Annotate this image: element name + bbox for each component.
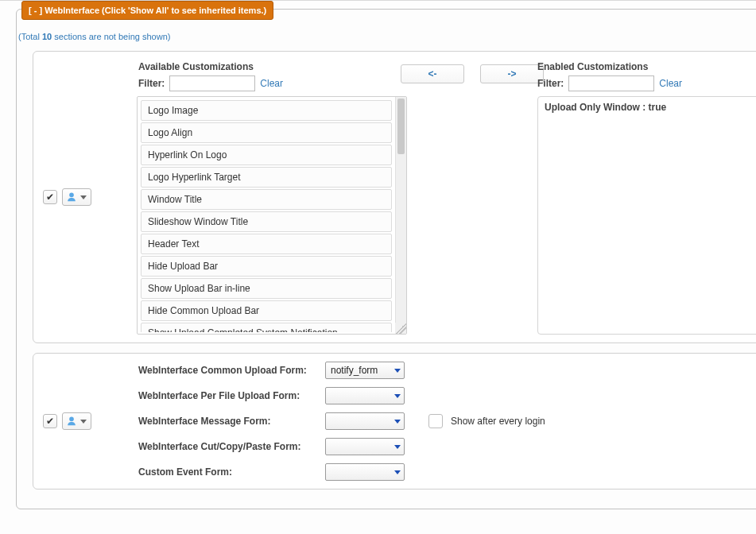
webinterface-fieldset: [ - ] WebInterface (Click 'Show All' to … bbox=[16, 9, 756, 509]
message-form-select[interactable] bbox=[325, 412, 405, 430]
chevron-down-icon bbox=[80, 420, 87, 424]
chevron-down-icon bbox=[394, 369, 401, 373]
scrollbar-thumb[interactable] bbox=[397, 99, 405, 154]
show-after-login-label: Show after every login bbox=[451, 416, 545, 427]
form-label: Custom Event Form: bbox=[138, 466, 317, 478]
common-upload-form-select[interactable]: notify_form bbox=[325, 362, 405, 379]
list-item[interactable]: Show Upload Completed System Notificatio… bbox=[141, 323, 392, 332]
list-item[interactable]: Logo Hyperlink Target bbox=[141, 167, 392, 188]
chevron-down-icon bbox=[394, 445, 401, 449]
panel-user-dropdown[interactable] bbox=[62, 188, 91, 206]
enabled-clear-link[interactable]: Clear bbox=[659, 78, 682, 89]
form-label: WebInterface Message Form: bbox=[138, 416, 317, 427]
move-left-button[interactable]: <- bbox=[401, 64, 464, 83]
resize-grip-icon[interactable] bbox=[395, 323, 406, 334]
available-scrollbar[interactable] bbox=[395, 97, 406, 334]
available-filter-input[interactable] bbox=[169, 75, 255, 91]
list-item[interactable]: Logo Align bbox=[141, 122, 392, 143]
per-file-upload-form-select[interactable] bbox=[325, 387, 405, 404]
list-item[interactable]: Header Text bbox=[141, 234, 392, 254]
list-item[interactable]: Upload Only Window : true bbox=[545, 102, 756, 113]
cut-copy-paste-form-select[interactable] bbox=[325, 438, 405, 455]
list-item[interactable]: Logo Image bbox=[141, 100, 392, 121]
list-item[interactable]: Window Title bbox=[141, 189, 392, 210]
fieldset-legend[interactable]: [ - ] WebInterface (Click 'Show All' to … bbox=[21, 1, 273, 20]
svg-point-1 bbox=[69, 417, 74, 422]
form-label: WebInterface Common Upload Form: bbox=[138, 365, 317, 376]
available-clear-link[interactable]: Clear bbox=[260, 78, 283, 89]
move-right-button[interactable]: -> bbox=[480, 64, 544, 83]
sections-hidden-note: (Total 10 sections are not being shown) bbox=[18, 32, 756, 41]
list-item[interactable]: Hyperlink On Logo bbox=[141, 145, 392, 165]
panel-side-controls: ✔ bbox=[41, 60, 129, 335]
chevron-down-icon bbox=[394, 394, 401, 398]
enabled-header: Enabled Customizations Filter: Clear bbox=[537, 60, 756, 96]
panel-side-controls: ✔ bbox=[41, 362, 129, 481]
forms-panel: ✔ WebInterface Common Upload Form: bbox=[33, 353, 756, 489]
chevron-down-icon bbox=[394, 470, 401, 474]
available-listbox[interactable]: Logo Image Logo Align Hyperlink On Logo … bbox=[137, 96, 407, 335]
list-item[interactable]: Slideshow Window Title bbox=[141, 211, 392, 232]
user-icon bbox=[66, 416, 77, 427]
customizations-panel: ✔ Avail bbox=[33, 51, 756, 343]
panel-toggle-checkbox[interactable]: ✔ bbox=[43, 190, 57, 204]
enabled-filter-label: Filter: bbox=[537, 78, 564, 89]
form-label: WebInterface Cut/Copy/Paste Form: bbox=[138, 441, 317, 452]
available-header: Available Customizations Filter: Clear bbox=[129, 60, 407, 96]
custom-event-form-select[interactable] bbox=[325, 463, 405, 481]
enabled-listbox[interactable]: Upload Only Window : true bbox=[537, 96, 756, 335]
list-item[interactable]: Show Upload Bar in-line bbox=[141, 278, 392, 299]
svg-point-0 bbox=[69, 193, 74, 198]
list-item[interactable]: Hide Common Upload Bar bbox=[141, 300, 392, 321]
panel-user-dropdown[interactable] bbox=[62, 412, 91, 430]
list-item[interactable]: Hide Upload Bar bbox=[141, 256, 392, 277]
panel-toggle-checkbox[interactable]: ✔ bbox=[43, 414, 57, 428]
chevron-down-icon bbox=[80, 195, 87, 199]
form-label: WebInterface Per File Upload Form: bbox=[138, 390, 317, 401]
show-after-login-checkbox[interactable] bbox=[428, 414, 443, 428]
user-icon bbox=[66, 192, 77, 203]
chevron-down-icon bbox=[394, 420, 401, 424]
available-filter-label: Filter: bbox=[138, 78, 165, 89]
enabled-filter-input[interactable] bbox=[568, 75, 654, 91]
